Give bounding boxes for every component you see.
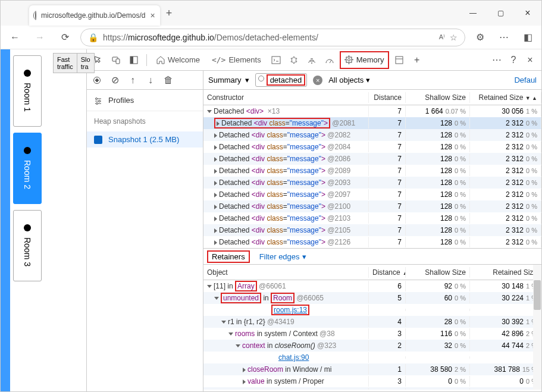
new-tab-button[interactable]: + [160, 7, 178, 20]
constructor-row[interactable]: Detached <div class="message"> @2103 7 1… [203, 212, 541, 224]
refresh-button[interactable]: ⟳ [55, 28, 74, 47]
window-titlebar: microsoftedge.github.io/Demos/d × + — ▢ … [1, 1, 541, 26]
import-icon[interactable]: ↓ [145, 75, 156, 86]
browser-tab[interactable]: microsoftedge.github.io/Demos/d × [29, 5, 160, 26]
constructor-row[interactable]: Detached <div class="message"> @2084 7 1… [203, 141, 541, 153]
retainer-row[interactable]: chat.js:90 [203, 352, 541, 363]
retainer-row[interactable]: [11] in Array @66061 6 920 % 30 1481 % [203, 280, 541, 292]
minimize-button[interactable]: — [459, 1, 487, 26]
svg-point-5 [311, 62, 312, 64]
rcol-distance[interactable]: Distance ▲ [369, 267, 406, 278]
retainer-row[interactable]: context in closeRoom() @323 2 320 % 44 7… [203, 340, 541, 352]
rcol-shallow[interactable]: Shallow Size [406, 267, 470, 278]
network-tab-icon[interactable] [304, 52, 319, 68]
constructor-row[interactable]: Detached <div class="message"> @2086 7 1… [203, 153, 541, 165]
record-icon[interactable] [92, 77, 102, 84]
devtools-more-icon[interactable]: ⋯ [489, 52, 505, 68]
devtools-close-icon[interactable]: × [522, 52, 538, 68]
more-menu-icon[interactable]: ⋯ [495, 29, 513, 46]
room-3[interactable]: Room 3 [13, 210, 42, 281]
col-retained[interactable]: Retained Size ▼ ▲ [470, 92, 541, 103]
col-constructor[interactable]: Constructor [203, 92, 369, 103]
constructor-row[interactable]: Detached <div class="message"> @2082 7 1… [203, 129, 541, 141]
constructor-row[interactable]: Detached <div class="message"> @2126 7 1… [203, 236, 541, 248]
view-selector[interactable]: Summary▾ [208, 76, 249, 84]
constructor-row[interactable]: Detached <div class="message"> @2081 7 1… [203, 117, 541, 129]
traffic-toggle[interactable]: Fast traffic Slo tra [53, 53, 95, 73]
retainer-row[interactable]: rooms in system / Context @38 3 1160 % 4… [203, 328, 541, 340]
svg-point-10 [96, 98, 98, 99]
retainers-thead[interactable]: Object Distance ▲ Shallow Size Retained … [203, 265, 541, 280]
retainer-row[interactable]: r1 in {r1, r2} @43419 4 280 % 30 3921 % [203, 316, 541, 328]
clear-icon[interactable]: ⊘ [109, 74, 120, 86]
rcol-object[interactable]: Object [203, 267, 369, 278]
slow-traffic-button[interactable]: Slo tra [77, 54, 94, 73]
memory-content: Summary▾ detached × All objects▾ Defaul … [203, 71, 541, 391]
constructor-row[interactable]: Detached <div class="message"> @2097 7 1… [203, 189, 541, 200]
close-tab-icon[interactable]: × [150, 11, 155, 20]
retainer-row[interactable]: closeRoom in Window / mi 1 38 5802 % 381… [203, 363, 541, 375]
dock-icon[interactable] [126, 52, 142, 68]
export-icon[interactable]: ↑ [127, 75, 138, 86]
sliders-icon [94, 96, 102, 105]
performance-tab-icon[interactable] [322, 52, 337, 68]
more-tabs-button[interactable]: + [409, 52, 425, 68]
constructor-header[interactable]: Constructor Distance Shallow Size Retain… [203, 90, 541, 105]
globe-icon [35, 11, 36, 20]
retainers-scrollbar[interactable] [533, 265, 541, 390]
favorite-icon[interactable]: ☆ [450, 33, 458, 42]
back-button[interactable]: ← [5, 28, 24, 47]
constructor-row[interactable]: Detached <div class="message"> @2089 7 1… [203, 165, 541, 177]
svg-rect-6 [346, 57, 352, 62]
tab-elements[interactable]: </>Elements [207, 51, 266, 69]
sources-tab-icon[interactable] [286, 52, 302, 68]
maximize-button[interactable]: ▢ [487, 1, 514, 26]
filter-edges-button[interactable]: Filter edges ▾ [259, 252, 306, 261]
svg-rect-4 [272, 57, 280, 64]
fast-traffic-button[interactable]: Fast traffic [54, 54, 77, 73]
constructor-row[interactable]: Detached <div class="message"> @2100 7 1… [203, 200, 541, 212]
memory-filterbar: Summary▾ detached × All objects▾ Defaul [203, 71, 541, 90]
lock-icon: 🔒 [88, 33, 98, 42]
default-link[interactable]: Defaul [514, 76, 537, 84]
retainer-row[interactable]: unmounted in Room @66065 5 600 % 30 2241… [203, 292, 541, 304]
rcol-retained[interactable]: Retained Size [470, 267, 541, 278]
application-tab-icon[interactable] [391, 52, 407, 68]
clear-filter-icon[interactable]: × [313, 76, 322, 85]
delete-icon[interactable]: 🗑 [163, 75, 174, 86]
snapshot-item[interactable]: Snapshot 1 (2.5 MB) [87, 131, 203, 148]
url-box[interactable]: 🔒 https://microsoftedge.github.io/Demos/… [80, 29, 465, 46]
col-distance[interactable]: Distance [369, 92, 406, 103]
snapshot-label: Snapshot 1 (2.5 MB) [108, 135, 179, 144]
retainers-tab[interactable]: Retainers [207, 250, 250, 263]
snapshot-icon [94, 136, 102, 144]
svg-rect-3 [130, 57, 133, 64]
constructor-row[interactable]: Detached <div class="message"> @2105 7 1… [203, 224, 541, 236]
col-shallow[interactable]: Shallow Size [406, 92, 470, 103]
tab-memory[interactable]: Memory [340, 51, 389, 69]
console-tab-icon[interactable] [268, 52, 284, 68]
collections-icon[interactable]: ◧ [519, 29, 537, 46]
memory-panel: ⊘ ↑ ↓ 🗑 Profiles Heap snapshots Snapshot… [87, 71, 541, 391]
class-filter-input[interactable]: detached [255, 73, 308, 87]
constructor-row[interactable]: Detached <div class="message"> @2093 7 1… [203, 177, 541, 189]
objects-filter[interactable]: All objects▾ [328, 76, 370, 84]
svg-point-12 [96, 102, 98, 104]
tab-welcome[interactable]: Welcome [152, 51, 205, 69]
svg-point-11 [99, 100, 101, 102]
read-aloud-icon[interactable]: A⁾ [439, 33, 445, 41]
device-icon[interactable] [108, 52, 124, 68]
status-dot-icon [24, 224, 31, 231]
room-2[interactable]: Room 2 [13, 133, 42, 204]
svg-rect-1 [116, 59, 120, 64]
window-close-button[interactable]: × [514, 1, 541, 26]
summary-row[interactable]: Detached <div> ×13 7 1 6640.07 % 30 0561… [203, 105, 541, 117]
filter-text: detached [267, 74, 306, 86]
retainer-row[interactable]: room.js:13 [203, 304, 541, 316]
scroll-thumb[interactable] [534, 280, 541, 310]
retainer-row[interactable]: context in createFakeMessag 2 320 % 2 96… [203, 387, 541, 390]
retainer-row[interactable]: value in system / Proper 3 00 % 00 % [203, 375, 541, 387]
room-1[interactable]: Room 1 [13, 55, 42, 127]
help-icon[interactable]: ? [506, 52, 521, 68]
settings-icon[interactable]: ⚙ [471, 29, 489, 46]
